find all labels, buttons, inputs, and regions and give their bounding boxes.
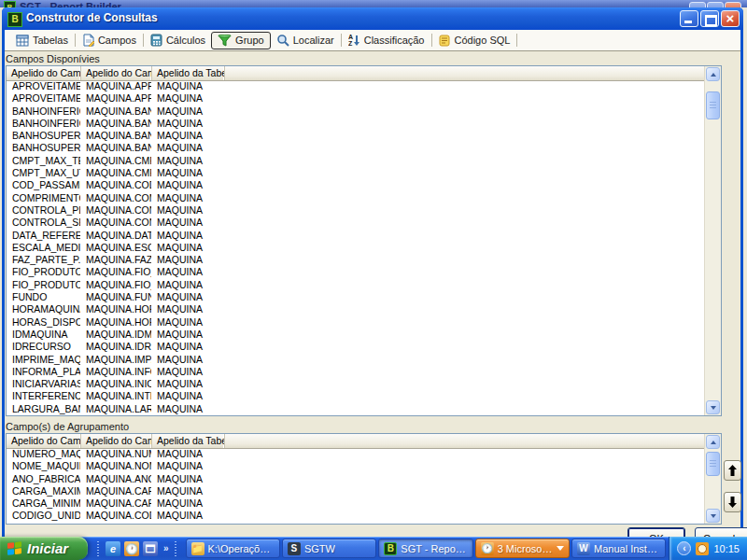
outlook-reminder-icon[interactable] [696, 542, 709, 555]
table-row[interactable]: BANHOINFERIO...MAQUINA.BAN...MAQUINA [7, 118, 705, 130]
tab-codigo-sql[interactable]: Código SQL [433, 32, 516, 49]
table-cell: MAQUINA.INICI... [80, 378, 151, 390]
start-button[interactable]: Iniciar [0, 537, 88, 560]
table-row[interactable]: BANHOSUPERI...MAQUINA.BAN...MAQUINA [7, 130, 705, 142]
table-row[interactable]: APROVEITAME...MAQUINA.APR...MAQUINA [7, 80, 705, 92]
table-cell: CONTROLA_SE... [7, 217, 80, 229]
scroll-down-icon[interactable] [706, 400, 720, 414]
taskbar-task-report-builder[interactable]: B SGT - Report Builder [378, 539, 472, 558]
table-row[interactable]: CMPT_MAX_UT...MAQUINA.CMP...MAQUINA [7, 167, 705, 179]
table-row[interactable]: COD_PASSAME...MAQUINA.COD...MAQUINA [7, 179, 705, 191]
table-row[interactable]: FAZ_PARTE_P...MAQUINA.FAZ_...MAQUINA [7, 254, 705, 266]
column-header[interactable]: Apelido do Campo [7, 434, 81, 448]
table-cell: MAQUINA [151, 403, 263, 415]
table-row[interactable]: INFORMA_PLAC...MAQUINA.INFO...MAQUINA [7, 366, 705, 378]
scroll-up-icon[interactable] [706, 67, 720, 81]
column-header[interactable]: Apelido do Cam... [81, 66, 152, 80]
table-cell: MAQUINA [151, 316, 263, 329]
chevron-down-icon[interactable] [557, 546, 564, 551]
table-row[interactable]: HORAS_DISPO...MAQUINA.HOR...MAQUINA [7, 316, 705, 329]
table-cell: MAQUINA.BAN... [80, 142, 151, 154]
table-row[interactable]: FIO_PRODUTO...MAQUINA.FIO_...MAQUINA [7, 279, 705, 291]
table-row[interactable]: BANHOSUPERI...MAQUINA.BAN...MAQUINA [7, 142, 705, 154]
table-row[interactable]: CARGA_MINIMAMAQUINA.CAR...MAQUINA [7, 497, 705, 510]
table-row[interactable]: FUNDOMAQUINA.FUN...MAQUINA [7, 291, 705, 303]
close-button[interactable] [721, 10, 740, 27]
tab-separator [431, 34, 432, 47]
dialog-titlebar[interactable]: B Construtor de Consultas [2, 7, 743, 30]
table-row[interactable]: CODIGO_UNIDAMAQUINA.CODIMAQUINA [7, 510, 705, 522]
table-row[interactable]: FIO_PRODUTO...MAQUINA.FIO_...MAQUINA [7, 266, 705, 278]
table-row[interactable]: DATA_REFERE...MAQUINA.DAT...MAQUINA [7, 230, 705, 242]
taskbar-task-office-group[interactable]: 🕐 3 Microsoft Offi... [475, 539, 570, 558]
table-row[interactable]: COMPRIMENTO...MAQUINA.COM...MAQUINA [7, 192, 705, 204]
table-cell: MAQUINA [151, 448, 263, 460]
table-cell: DATA_REFERE... [7, 230, 80, 242]
table-cell: MAQUINA [151, 242, 263, 254]
table-cell: MAQUINA [151, 354, 263, 366]
task-label: SGT - Report Builder [401, 543, 467, 554]
taskbar-task-folder[interactable]: 📁 K:\Operações\MA... [186, 539, 280, 558]
tab-separator [341, 34, 342, 47]
scroll-up-icon[interactable] [706, 435, 720, 449]
table-row[interactable]: CONTROLA_PL...MAQUINA.CON...MAQUINA [7, 204, 705, 217]
quick-launch-overflow-chevron[interactable]: » [162, 543, 171, 553]
table-row[interactable]: INICIARVARIAS...MAQUINA.INICI...MAQUINA [7, 378, 705, 390]
tab-grupo[interactable]: Grupo [211, 32, 271, 49]
table-row[interactable]: APROVEITAME...MAQUINA.APR...MAQUINA [7, 92, 705, 105]
column-header[interactable]: Apelido do Campo [7, 66, 81, 80]
clock[interactable]: 10:15 [713, 543, 740, 554]
table-cell: ANO_FABRICAC... [7, 473, 80, 485]
table-cell: MAQUINA.CAR... [80, 497, 151, 510]
table-row[interactable]: BANHOINFERIO...MAQUINA.BAN...MAQUINA [7, 105, 705, 118]
tab-classificacao[interactable]: AZ Classificação [343, 32, 430, 49]
scroll-down-icon[interactable] [706, 509, 720, 523]
taskbar-task-manual[interactable]: W Manual Instruçõe... [571, 539, 666, 558]
table-row[interactable]: NOME_MAQUINAMAQUINA.NOM...MAQUINA [7, 460, 705, 472]
table-row[interactable]: LARGURA_BAN...MAQUINA.LAR...MAQUINA [7, 403, 705, 415]
table-cell: MAQUINA [151, 192, 263, 204]
table-cell: MAQUINA.FIO_... [80, 266, 151, 278]
minimize-button[interactable] [680, 10, 698, 27]
column-header[interactable]: Apelido da Tabe... [152, 434, 225, 448]
column-header[interactable]: Apelido da Tabe... [152, 66, 225, 80]
outlook-icon[interactable]: 🕐 [124, 541, 139, 556]
tab-calculos[interactable]: Cálculos [145, 32, 211, 49]
vertical-scrollbar[interactable] [704, 66, 721, 415]
table-row[interactable]: CONTROLA_SE...MAQUINA.CON...MAQUINA [7, 217, 705, 229]
scrollbar-thumb[interactable] [706, 452, 720, 476]
tab-campos[interactable]: Campos [77, 32, 142, 49]
taskbar-task-sgtw[interactable]: S SGTW [282, 539, 376, 558]
table-row[interactable]: CARGA_MAXIMAMAQUINA.CAR...MAQUINA [7, 485, 705, 497]
move-up-button[interactable] [724, 460, 741, 481]
vertical-scrollbar[interactable] [704, 434, 721, 524]
outlook-icon: 🕐 [481, 542, 494, 555]
table-row[interactable]: INTERFERENCIAMAQUINA.INTE...MAQUINA [7, 390, 705, 402]
table-cell: MAQUINA.BAN... [80, 130, 151, 142]
table-row[interactable]: CMPT_MAX_TE...MAQUINA.CMP...MAQUINA [7, 155, 705, 167]
scrollbar-thumb[interactable] [706, 91, 720, 119]
table-row[interactable]: IMPRIME_MAQ_...MAQUINA.IMP...MAQUINA [7, 354, 705, 366]
table-cell: NOME_MAQUINA [7, 460, 80, 472]
report-builder-icon: B [384, 542, 397, 555]
table-row[interactable]: ANO_FABRICAC...MAQUINA.ANO...MAQUINA [7, 473, 705, 485]
table-row[interactable]: NUMERO_MAQ...MAQUINA.NUM...MAQUINA [7, 448, 705, 460]
maximize-button[interactable] [700, 10, 719, 27]
tab-localizar[interactable]: Localizar [271, 32, 340, 49]
move-down-button[interactable] [724, 492, 741, 512]
column-header[interactable]: Apelido do Cam... [81, 434, 152, 448]
table-cell: CONTROLA_PL... [7, 204, 80, 217]
table-row[interactable]: IDMAQUINAMAQUINA.IDM...MAQUINA [7, 329, 705, 341]
table-row[interactable]: ESCALA_MEDIC...MAQUINA.ESC...MAQUINA [7, 242, 705, 254]
tab-tabelas[interactable]: Tabelas [10, 33, 74, 49]
table-cell: MAQUINA.HOR... [80, 316, 151, 329]
show-desktop-icon[interactable]: 🗔 [143, 541, 158, 556]
tray-chevron-icon[interactable]: ‹ [677, 541, 691, 555]
drag-handle[interactable] [175, 541, 176, 556]
internet-explorer-icon[interactable]: e [106, 541, 120, 556]
table-cell: MAQUINA [151, 217, 263, 229]
drag-handle[interactable] [97, 541, 99, 556]
table-row[interactable]: IDRECURSOMAQUINA.IDRE...MAQUINA [7, 341, 705, 353]
table-row[interactable]: HORAMAQUINA...MAQUINA.HOR...MAQUINA [7, 303, 705, 315]
table-cell: MAQUINA [151, 279, 263, 291]
